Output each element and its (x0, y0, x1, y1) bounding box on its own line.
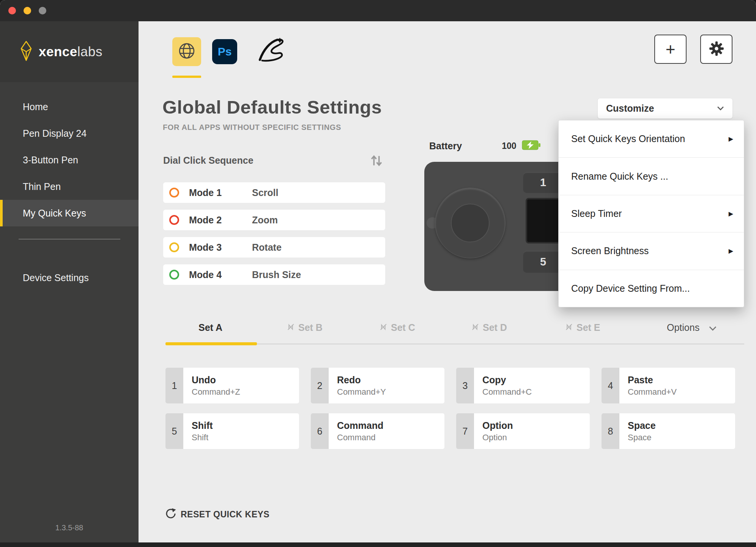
tab-global-defaults[interactable] (172, 37, 201, 66)
dial-mode-row-3[interactable]: Mode 3 Rotate (163, 237, 385, 258)
mode-label: Mode 4 (189, 269, 231, 280)
menu-item-copy-device-setting-from[interactable]: Copy Device Setting From... (559, 270, 744, 307)
key-card-4[interactable]: 4 PasteCommand+V (602, 368, 735, 403)
brand-wordmark: xencelabs (39, 44, 102, 59)
zbrush-icon (253, 36, 288, 67)
sync-disabled-icon (565, 322, 573, 333)
tab-set-b[interactable]: Set B (287, 322, 323, 333)
menu-item-rename-quick-keys[interactable]: Rename Quick Keys ... (559, 157, 744, 194)
customize-dropdown-button[interactable]: Customize (598, 98, 732, 119)
dial-mode-row-1[interactable]: Mode 1 Scroll (163, 182, 385, 203)
dial-click-sequence-heading: Dial Click Sequence (163, 155, 254, 166)
photoshop-icon: Ps (218, 45, 232, 58)
key-card-7[interactable]: 7 OptionOption (456, 413, 590, 449)
key-label: Copy (482, 375, 532, 386)
settings-button[interactable] (700, 35, 732, 64)
key-shortcut: Command (337, 433, 383, 443)
key-label: Command (337, 420, 383, 431)
tab-label: Set D (483, 322, 507, 333)
sidebar-item-3-button-pen[interactable]: 3-Button Pen (0, 147, 139, 173)
tab-label: Set C (391, 322, 415, 333)
key-card-6[interactable]: 6 CommandCommand (311, 413, 444, 449)
key-card-1[interactable]: 1 UndoCommand+Z (165, 368, 299, 403)
key-label: Undo (192, 375, 240, 386)
reset-icon (165, 508, 176, 520)
tab-set-a[interactable]: Set A (198, 322, 222, 333)
set-tabs-row: Set A Set B Set C Set D (139, 319, 756, 340)
page-title: Global Defaults Settings (162, 96, 382, 118)
chevron-down-icon (717, 105, 724, 112)
reorder-sequence-icon[interactable] (369, 153, 384, 169)
mode-value: Scroll (252, 187, 278, 198)
key-number: 2 (311, 368, 329, 403)
reset-label: RESET QUICK KEYS (181, 509, 269, 520)
brand-logo: xencelabs (0, 21, 139, 82)
device-dial-center (451, 204, 490, 242)
menu-item-set-quick-keys-orientation[interactable]: Set Quick Keys Orientation ▶ (559, 120, 744, 157)
key-number: 7 (456, 413, 474, 449)
menu-item-screen-brightness[interactable]: Screen Brightness ▶ (559, 232, 744, 269)
dial-mode-row-2[interactable]: Mode 2 Zoom (163, 210, 385, 230)
sidebar: xencelabs Home Pen Display 24 3-Button P… (0, 21, 139, 542)
tab-photoshop[interactable]: Ps (212, 39, 237, 64)
dial-mode-list: Mode 1 Scroll Mode 2 Zoom Mode 3 Rotate … (163, 182, 385, 292)
key-card-5[interactable]: 5 ShiftShift (165, 413, 299, 449)
key-card-8[interactable]: 8 SpaceSpace (602, 413, 735, 449)
sidebar-item-device-settings[interactable]: Device Settings (0, 264, 139, 291)
pen-nib-icon (19, 40, 33, 63)
key-shortcut: Command+Z (192, 387, 240, 397)
minimize-window-button[interactable] (24, 7, 31, 14)
mode-value: Zoom (252, 215, 278, 226)
brand-bold: xence (39, 44, 77, 59)
close-window-button[interactable] (8, 7, 16, 14)
customize-label: Customize (606, 103, 654, 114)
tab-set-c[interactable]: Set C (380, 322, 415, 333)
reset-quick-keys-button[interactable]: RESET QUICK KEYS (165, 508, 269, 520)
mode-color-dot (169, 242, 179, 252)
sidebar-item-home[interactable]: Home (0, 93, 139, 120)
tab-set-d[interactable]: Set D (471, 322, 507, 333)
add-app-button[interactable]: + (654, 35, 687, 64)
mode-color-dot (169, 188, 179, 198)
sync-disabled-icon (287, 322, 295, 333)
mode-label: Mode 2 (189, 215, 231, 226)
key-label: Paste (628, 375, 677, 386)
tab-set-e[interactable]: Set E (565, 322, 600, 333)
tab-zbrush[interactable] (252, 36, 289, 67)
sidebar-item-thin-pen[interactable]: Thin Pen (0, 173, 139, 200)
brand-light: labs (77, 44, 102, 59)
menu-item-label: Screen Brightness (571, 245, 649, 256)
mode-label: Mode 1 (189, 187, 231, 198)
key-card-3[interactable]: 3 CopyCommand+C (456, 368, 590, 403)
mode-color-dot (169, 270, 179, 280)
options-label: Options (667, 322, 699, 333)
sidebar-nav: Home Pen Display 24 3-Button Pen Thin Pe… (0, 82, 139, 226)
sidebar-item-my-quick-keys[interactable]: My Quick Keys (0, 200, 139, 226)
zoom-window-button[interactable] (39, 7, 46, 14)
submenu-arrow-icon: ▶ (729, 210, 733, 217)
customize-menu: Set Quick Keys Orientation ▶ Rename Quic… (558, 120, 744, 307)
active-set-tab-indicator (165, 342, 257, 345)
title-bar (0, 0, 756, 21)
tab-label: Set A (198, 322, 222, 333)
tab-label: Set B (298, 322, 323, 333)
sidebar-item-pen-display-24[interactable]: Pen Display 24 (0, 120, 139, 147)
key-number: 1 (165, 368, 183, 403)
sync-disabled-icon (380, 322, 387, 333)
key-label: Shift (192, 420, 213, 431)
menu-item-label: Set Quick Keys Orientation (571, 133, 685, 144)
menu-item-sleep-timer[interactable]: Sleep Timer ▶ (559, 195, 744, 232)
app-version: 1.3.5-88 (0, 523, 139, 532)
key-shortcut: Command+V (628, 387, 677, 397)
submenu-arrow-icon: ▶ (729, 135, 733, 142)
dial-mode-row-4[interactable]: Mode 4 Brush Size (163, 264, 385, 285)
chevron-down-icon (709, 322, 717, 333)
battery-icon (522, 140, 541, 152)
key-shortcut: Shift (192, 433, 213, 443)
key-number: 6 (311, 413, 329, 449)
main-content: Ps + (139, 21, 756, 542)
options-dropdown[interactable]: Options (667, 322, 717, 333)
key-label: Space (628, 420, 656, 431)
key-card-2[interactable]: 2 RedoCommand+Y (311, 368, 444, 403)
mode-color-dot (169, 215, 179, 225)
